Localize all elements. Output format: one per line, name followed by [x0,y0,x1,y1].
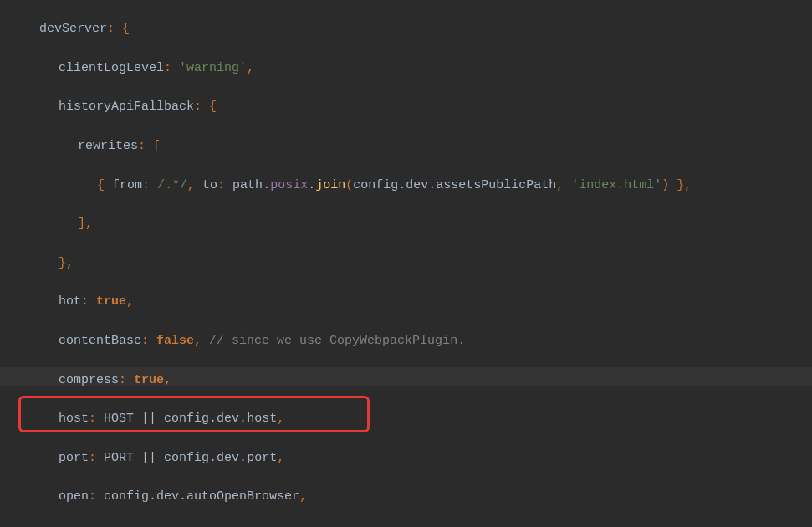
code-line[interactable]: { from: /.*/, to: path.posix.join(config… [20,176,812,195]
code-line[interactable]: contentBase: false, // since we use Copy… [20,331,812,350]
code-line[interactable]: clientLogLevel: 'warning', [20,59,812,78]
code-line[interactable]: }, [20,253,812,273]
code-line[interactable]: ], [20,214,812,233]
code-line[interactable]: compress: true, [20,371,812,390]
code-line[interactable]: devServer: { [20,19,812,38]
code-line[interactable]: open: config.dev.autoOpenBrowser, [20,487,812,506]
code-line[interactable]: hot: true, [20,292,812,311]
code-line[interactable]: host: HOST || config.dev.host, [20,409,812,428]
code-editor[interactable]: devServer: { clientLogLevel: 'warning', … [0,0,812,527]
code-line[interactable]: historyApiFallback: { [20,97,812,116]
code-line[interactable]: port: PORT || config.dev.port, [20,448,812,468]
text-cursor [186,369,186,385]
code-line[interactable]: rewrites: [ [20,136,812,156]
